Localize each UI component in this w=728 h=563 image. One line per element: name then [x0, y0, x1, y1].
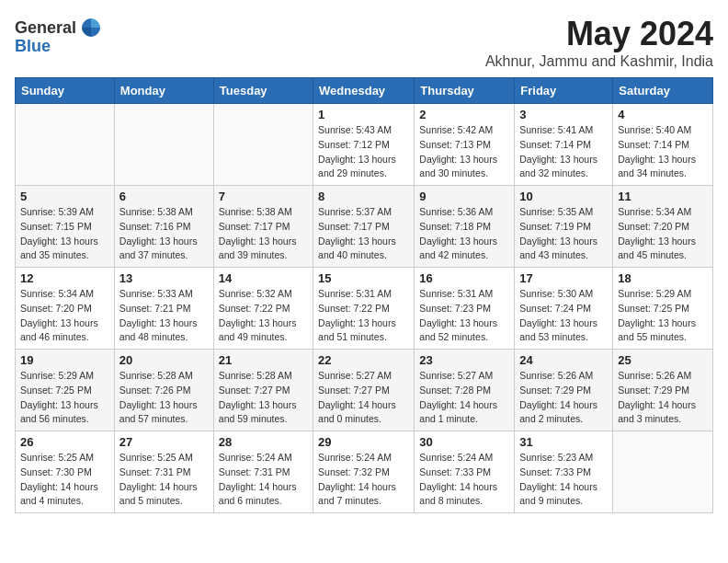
calendar-cell: 18Sunrise: 5:29 AM Sunset: 7:25 PM Dayli… — [613, 268, 713, 350]
calendar-cell: 23Sunrise: 5:27 AM Sunset: 7:28 PM Dayli… — [415, 350, 515, 431]
day-info: Sunrise: 5:35 AM Sunset: 7:19 PM Dayligh… — [519, 205, 608, 263]
calendar-cell: 5Sunrise: 5:39 AM Sunset: 7:15 PM Daylig… — [16, 186, 115, 268]
calendar-cell: 9Sunrise: 5:36 AM Sunset: 7:18 PM Daylig… — [415, 186, 515, 268]
logo-text-blue: Blue — [15, 37, 51, 56]
day-info: Sunrise: 5:27 AM Sunset: 7:28 PM Dayligh… — [419, 369, 509, 427]
calendar-cell: 16Sunrise: 5:31 AM Sunset: 7:23 PM Dayli… — [415, 268, 515, 350]
day-number: 20 — [119, 353, 209, 367]
calendar-week-row: 19Sunrise: 5:29 AM Sunset: 7:25 PM Dayli… — [16, 350, 713, 431]
weekday-header-monday: Monday — [114, 78, 213, 104]
calendar-cell: 3Sunrise: 5:41 AM Sunset: 7:14 PM Daylig… — [515, 104, 613, 186]
day-number: 5 — [20, 190, 109, 203]
day-info: Sunrise: 5:26 AM Sunset: 7:29 PM Dayligh… — [618, 369, 708, 427]
calendar-cell: 31Sunrise: 5:23 AM Sunset: 7:33 PM Dayli… — [515, 431, 613, 513]
day-number: 17 — [519, 271, 608, 285]
calendar-cell — [16, 104, 115, 186]
page-subtitle: Akhnur, Jammu and Kashmir, India — [485, 53, 713, 70]
calendar-cell — [613, 431, 713, 513]
day-number: 7 — [219, 190, 308, 203]
day-number: 12 — [20, 271, 109, 285]
calendar-cell: 12Sunrise: 5:34 AM Sunset: 7:20 PM Dayli… — [16, 268, 115, 350]
weekday-header-tuesday: Tuesday — [213, 78, 313, 104]
calendar-cell: 22Sunrise: 5:27 AM Sunset: 7:27 PM Dayli… — [313, 350, 415, 431]
day-info: Sunrise: 5:36 AM Sunset: 7:18 PM Dayligh… — [419, 205, 509, 263]
day-info: Sunrise: 5:23 AM Sunset: 7:33 PM Dayligh… — [519, 451, 608, 509]
calendar-cell: 8Sunrise: 5:37 AM Sunset: 7:17 PM Daylig… — [313, 186, 415, 268]
day-info: Sunrise: 5:34 AM Sunset: 7:20 PM Dayligh… — [618, 205, 708, 263]
weekday-header-thursday: Thursday — [415, 78, 515, 104]
day-number: 28 — [219, 435, 308, 449]
calendar-cell: 11Sunrise: 5:34 AM Sunset: 7:20 PM Dayli… — [613, 186, 713, 268]
day-info: Sunrise: 5:26 AM Sunset: 7:29 PM Dayligh… — [519, 369, 608, 427]
page-header: General Blue May 2024 Akhnur, Jammu and … — [15, 15, 713, 70]
day-number: 2 — [419, 108, 509, 121]
day-info: Sunrise: 5:37 AM Sunset: 7:17 PM Dayligh… — [318, 205, 409, 263]
day-info: Sunrise: 5:38 AM Sunset: 7:17 PM Dayligh… — [219, 205, 308, 263]
day-info: Sunrise: 5:24 AM Sunset: 7:31 PM Dayligh… — [219, 451, 308, 509]
day-info: Sunrise: 5:28 AM Sunset: 7:27 PM Dayligh… — [219, 369, 308, 427]
day-number: 10 — [519, 190, 608, 203]
weekday-header-friday: Friday — [515, 78, 613, 104]
day-number: 9 — [419, 190, 509, 203]
day-number: 13 — [119, 271, 209, 285]
day-number: 27 — [119, 435, 209, 449]
calendar-cell: 25Sunrise: 5:26 AM Sunset: 7:29 PM Dayli… — [613, 350, 713, 431]
day-number: 3 — [519, 108, 608, 121]
calendar-week-row: 12Sunrise: 5:34 AM Sunset: 7:20 PM Dayli… — [16, 268, 713, 350]
calendar-cell: 6Sunrise: 5:38 AM Sunset: 7:16 PM Daylig… — [114, 186, 213, 268]
logo: General Blue — [15, 15, 104, 56]
day-info: Sunrise: 5:42 AM Sunset: 7:13 PM Dayligh… — [419, 123, 509, 181]
calendar-cell: 2Sunrise: 5:42 AM Sunset: 7:13 PM Daylig… — [415, 104, 515, 186]
calendar-cell: 1Sunrise: 5:43 AM Sunset: 7:12 PM Daylig… — [313, 104, 415, 186]
calendar-cell: 27Sunrise: 5:25 AM Sunset: 7:31 PM Dayli… — [114, 431, 213, 513]
calendar-cell: 19Sunrise: 5:29 AM Sunset: 7:25 PM Dayli… — [16, 350, 115, 431]
day-number: 19 — [20, 353, 109, 367]
calendar-header-row: SundayMondayTuesdayWednesdayThursdayFrid… — [16, 78, 713, 104]
day-info: Sunrise: 5:24 AM Sunset: 7:33 PM Dayligh… — [419, 451, 509, 509]
day-number: 22 — [318, 353, 409, 367]
calendar-table: SundayMondayTuesdayWednesdayThursdayFrid… — [15, 77, 713, 513]
calendar-cell: 13Sunrise: 5:33 AM Sunset: 7:21 PM Dayli… — [114, 268, 213, 350]
day-info: Sunrise: 5:41 AM Sunset: 7:14 PM Dayligh… — [519, 123, 608, 181]
day-number: 21 — [219, 353, 308, 367]
calendar-week-row: 5Sunrise: 5:39 AM Sunset: 7:15 PM Daylig… — [16, 186, 713, 268]
logo-text-general: General — [15, 18, 76, 38]
calendar-cell: 24Sunrise: 5:26 AM Sunset: 7:29 PM Dayli… — [515, 350, 613, 431]
calendar-cell: 4Sunrise: 5:40 AM Sunset: 7:14 PM Daylig… — [613, 104, 713, 186]
title-block: May 2024 Akhnur, Jammu and Kashmir, Indi… — [485, 15, 713, 70]
day-info: Sunrise: 5:31 AM Sunset: 7:23 PM Dayligh… — [419, 287, 509, 345]
day-info: Sunrise: 5:25 AM Sunset: 7:31 PM Dayligh… — [119, 451, 209, 509]
day-info: Sunrise: 5:31 AM Sunset: 7:22 PM Dayligh… — [318, 287, 409, 345]
day-info: Sunrise: 5:25 AM Sunset: 7:30 PM Dayligh… — [20, 451, 109, 509]
day-number: 30 — [419, 435, 509, 449]
day-number: 1 — [318, 108, 409, 121]
day-number: 4 — [618, 108, 708, 121]
weekday-header-sunday: Sunday — [16, 78, 115, 104]
calendar-cell: 14Sunrise: 5:32 AM Sunset: 7:22 PM Dayli… — [213, 268, 313, 350]
day-info: Sunrise: 5:30 AM Sunset: 7:24 PM Dayligh… — [519, 287, 608, 345]
day-info: Sunrise: 5:32 AM Sunset: 7:22 PM Dayligh… — [219, 287, 308, 345]
day-number: 23 — [419, 353, 509, 367]
calendar-cell: 7Sunrise: 5:38 AM Sunset: 7:17 PM Daylig… — [213, 186, 313, 268]
weekday-header-wednesday: Wednesday — [313, 78, 415, 104]
calendar-cell: 15Sunrise: 5:31 AM Sunset: 7:22 PM Dayli… — [313, 268, 415, 350]
calendar-cell: 20Sunrise: 5:28 AM Sunset: 7:26 PM Dayli… — [114, 350, 213, 431]
day-number: 14 — [219, 271, 308, 285]
day-info: Sunrise: 5:40 AM Sunset: 7:14 PM Dayligh… — [618, 123, 708, 181]
day-info: Sunrise: 5:34 AM Sunset: 7:20 PM Dayligh… — [20, 287, 109, 345]
day-number: 31 — [519, 435, 608, 449]
calendar-cell: 21Sunrise: 5:28 AM Sunset: 7:27 PM Dayli… — [213, 350, 313, 431]
calendar-cell: 29Sunrise: 5:24 AM Sunset: 7:32 PM Dayli… — [313, 431, 415, 513]
day-info: Sunrise: 5:43 AM Sunset: 7:12 PM Dayligh… — [318, 123, 409, 181]
calendar-cell: 30Sunrise: 5:24 AM Sunset: 7:33 PM Dayli… — [415, 431, 515, 513]
day-info: Sunrise: 5:27 AM Sunset: 7:27 PM Dayligh… — [318, 369, 409, 427]
day-number: 16 — [419, 271, 509, 285]
calendar-cell: 17Sunrise: 5:30 AM Sunset: 7:24 PM Dayli… — [515, 268, 613, 350]
day-info: Sunrise: 5:38 AM Sunset: 7:16 PM Dayligh… — [119, 205, 209, 263]
day-number: 25 — [618, 353, 708, 367]
logo-icon — [78, 15, 104, 40]
day-number: 15 — [318, 271, 409, 285]
calendar-cell — [114, 104, 213, 186]
day-number: 11 — [618, 190, 708, 203]
day-info: Sunrise: 5:24 AM Sunset: 7:32 PM Dayligh… — [318, 451, 409, 509]
